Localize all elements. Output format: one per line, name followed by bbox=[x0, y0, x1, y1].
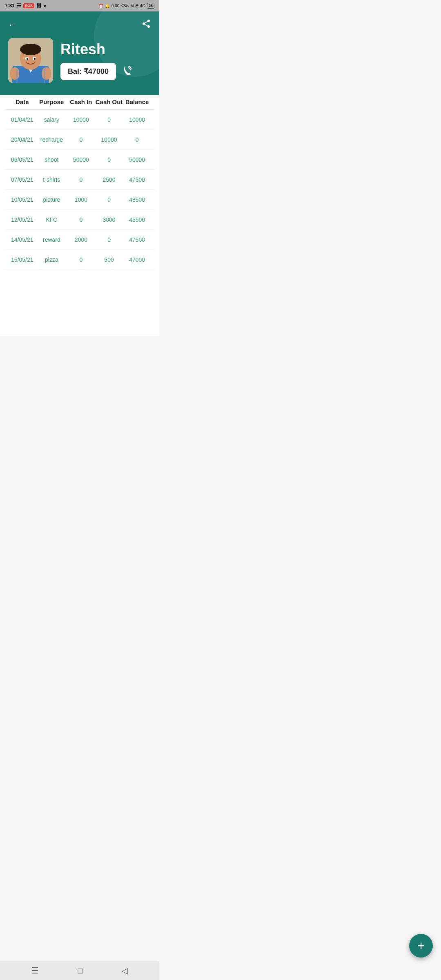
col-cashin: Cash In bbox=[67, 98, 95, 105]
cell-balance: 47500 bbox=[123, 236, 151, 243]
cell-balance: 47500 bbox=[123, 176, 151, 183]
signal-text: 0.00 KB/s bbox=[111, 4, 129, 8]
col-date: Date bbox=[8, 98, 36, 105]
alarm-icon: ⏰ bbox=[98, 4, 103, 8]
table-row[interactable]: 10/05/21 picture 1000 0 48500 bbox=[5, 190, 154, 210]
cell-cashin: 2000 bbox=[67, 236, 95, 243]
avatar-image bbox=[8, 38, 53, 83]
cell-date: 06/05/21 bbox=[8, 156, 36, 163]
cell-purpose: t-shirts bbox=[36, 176, 67, 183]
table-row[interactable]: 15/05/21 pizza 0 500 47000 bbox=[5, 250, 154, 270]
cell-purpose: KFC bbox=[36, 216, 67, 223]
cell-purpose: shoot bbox=[36, 156, 67, 163]
time-display: 7:31 bbox=[5, 3, 15, 9]
wifi-icon: VoB bbox=[131, 4, 138, 8]
table-body: 01/04/21 salary 10000 0 10000 20/04/21 r… bbox=[5, 110, 154, 270]
battery-level: 25 bbox=[147, 3, 154, 9]
cell-cashout: 2500 bbox=[95, 176, 123, 183]
image-icon: 🖼 bbox=[36, 3, 41, 9]
cell-balance: 47000 bbox=[123, 256, 151, 263]
cell-balance: 45500 bbox=[123, 216, 151, 223]
cell-cashin: 50000 bbox=[67, 156, 95, 163]
back-button[interactable]: ← bbox=[8, 20, 17, 30]
cell-cashout: 500 bbox=[95, 256, 123, 263]
bell-icon: 🔔 bbox=[105, 4, 110, 8]
cell-cashout: 0 bbox=[95, 196, 123, 203]
cell-cashout: 0 bbox=[95, 236, 123, 243]
avatar bbox=[8, 38, 53, 83]
cell-cashin: 0 bbox=[67, 176, 95, 183]
cell-cashin: 0 bbox=[67, 136, 95, 143]
sos-badge: SOS bbox=[23, 3, 34, 8]
table-row[interactable]: 06/05/21 shoot 50000 0 50000 bbox=[5, 150, 154, 170]
header-section: ← bbox=[0, 11, 159, 95]
cell-purpose: recharge bbox=[36, 136, 67, 143]
cell-cashin: 0 bbox=[67, 256, 95, 263]
cell-cashin: 0 bbox=[67, 216, 95, 223]
svg-rect-16 bbox=[16, 69, 18, 83]
svg-rect-9 bbox=[42, 67, 51, 80]
svg-rect-8 bbox=[10, 67, 19, 80]
cell-cashout: 0 bbox=[95, 116, 123, 123]
cell-purpose: pizza bbox=[36, 256, 67, 263]
col-cashout: Cash Out bbox=[95, 98, 123, 105]
cell-purpose: picture bbox=[36, 196, 67, 203]
cell-purpose: salary bbox=[36, 116, 67, 123]
svg-point-11 bbox=[20, 44, 41, 55]
status-bar: 7:31 ☰ SOS 🖼 ● ⏰ 🔔 0.00 KB/s VoB 4G 25 bbox=[0, 0, 159, 11]
col-purpose: Purpose bbox=[36, 98, 67, 105]
cell-cashin: 1000 bbox=[67, 196, 95, 203]
cell-balance: 0 bbox=[123, 136, 151, 143]
cell-date: 15/05/21 bbox=[8, 256, 36, 263]
col-balance: Balance bbox=[123, 98, 151, 105]
cell-cashout: 3000 bbox=[95, 216, 123, 223]
notification-icon: ☰ bbox=[17, 3, 21, 9]
cell-date: 20/04/21 bbox=[8, 136, 36, 143]
cell-date: 10/05/21 bbox=[8, 196, 36, 203]
cell-balance: 10000 bbox=[123, 116, 151, 123]
cell-purpose: reward bbox=[36, 236, 67, 243]
table-row[interactable]: 07/05/21 t-shirts 0 2500 47500 bbox=[5, 170, 154, 190]
cell-cashout: 10000 bbox=[95, 136, 123, 143]
cell-date: 14/05/21 bbox=[8, 236, 36, 243]
table-row[interactable]: 01/04/21 salary 10000 0 10000 bbox=[5, 110, 154, 130]
cell-balance: 48500 bbox=[123, 196, 151, 203]
transactions-table: Date Purpose Cash In Cash Out Balance 01… bbox=[0, 91, 159, 336]
cell-date: 01/04/21 bbox=[8, 116, 36, 123]
cell-date: 12/05/21 bbox=[8, 216, 36, 223]
cell-cashout: 0 bbox=[95, 156, 123, 163]
cell-date: 07/05/21 bbox=[8, 176, 36, 183]
cell-balance: 50000 bbox=[123, 156, 151, 163]
status-time: 7:31 ☰ SOS 🖼 ● bbox=[5, 3, 46, 9]
avatar-svg bbox=[8, 38, 53, 83]
cell-cashin: 10000 bbox=[67, 116, 95, 123]
table-row[interactable]: 20/04/21 recharge 0 10000 0 bbox=[5, 130, 154, 150]
status-icons: ⏰ 🔔 0.00 KB/s VoB 4G 25 bbox=[98, 3, 154, 9]
network-icon: 4G bbox=[140, 4, 145, 8]
svg-rect-17 bbox=[44, 69, 45, 83]
svg-point-15 bbox=[34, 58, 36, 60]
table-row[interactable]: 12/05/21 KFC 0 3000 45500 bbox=[5, 210, 154, 230]
svg-point-14 bbox=[27, 58, 28, 60]
table-row[interactable]: 14/05/21 reward 2000 0 47500 bbox=[5, 230, 154, 250]
dot-icon: ● bbox=[43, 3, 46, 9]
